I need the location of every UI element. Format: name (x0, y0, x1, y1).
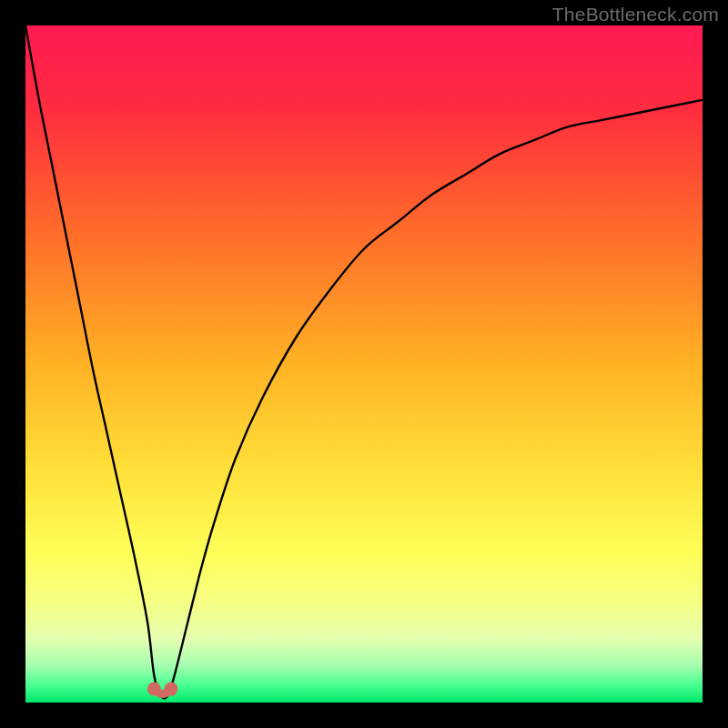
outer-frame: TheBottleneck.com (0, 0, 728, 728)
watermark-text: TheBottleneck.com (552, 4, 719, 25)
bottleneck-chart (25, 25, 703, 703)
gradient-background (25, 25, 703, 703)
plot-area (25, 25, 703, 703)
